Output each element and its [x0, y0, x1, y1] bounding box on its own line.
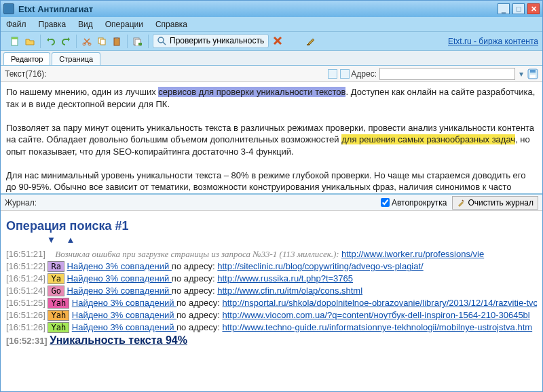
match-url-link[interactable]: http://nsportal.ru/shkola/dopolnitelnoe-… — [222, 298, 537, 308]
log-line: [16:51:25] Yah Найдено 3% совпадений по … — [6, 298, 537, 309]
svg-rect-12 — [307, 44, 310, 45]
svg-rect-15 — [530, 70, 536, 73]
svg-rect-14 — [530, 75, 536, 78]
text-editor[interactable]: По нашему мнению, один из лучших сервисо… — [1, 82, 542, 195]
journal-bar: Журнал: Автопрокрутка Очистить журнал — [1, 195, 542, 211]
match-link[interactable]: Найдено 3% совпадений — [72, 322, 176, 332]
view-mode-2-icon[interactable] — [340, 69, 350, 79]
address-input[interactable] — [379, 68, 515, 80]
log-line: [16:51:24] Ya Найдено 3% совпадений по а… — [6, 273, 537, 284]
new-file-icon[interactable] — [9, 35, 21, 47]
engine-badge: Yah — [48, 310, 69, 321]
autoscroll-checkbox[interactable]: Автопрокрутка — [381, 198, 447, 208]
tab-page[interactable]: Страница — [52, 52, 100, 65]
journal-pane[interactable]: Операция поиска #1 ▼ ▲ [16:51:21] Возник… — [1, 211, 542, 391]
uniqueness-result: [16:52:31] Уникальность текста 94% — [6, 334, 537, 347]
undo-icon[interactable] — [45, 35, 57, 47]
menu-help[interactable]: Справка — [155, 20, 187, 29]
match-url-link[interactable]: http://www.techno-guide.ru/informatsionn… — [222, 322, 532, 332]
cancel-check-icon[interactable] — [272, 35, 284, 47]
window-buttons: ‗ □ ✕ — [498, 3, 540, 14]
redo-icon[interactable] — [60, 35, 72, 47]
menu-operations[interactable]: Операции — [105, 20, 143, 29]
address-dropdown-icon[interactable]: ▾ — [515, 68, 527, 80]
broom-icon — [457, 198, 465, 208]
tab-editor[interactable]: Редактор — [3, 52, 50, 65]
check-uniqueness-button[interactable]: Проверить уникальность — [153, 34, 269, 48]
menu-view[interactable]: Вид — [78, 20, 93, 29]
operation-title: Операция поиска #1 — [6, 219, 537, 233]
engine-badge: Go — [48, 286, 64, 296]
engine-badge: Yah — [48, 322, 69, 333]
open-file-icon[interactable] — [24, 35, 36, 47]
cut-icon[interactable] — [81, 35, 93, 47]
match-url-link[interactable]: http://www.cfin.ru/itm/olap/cons.shtml — [217, 286, 362, 296]
svg-rect-1 — [12, 37, 18, 39]
copy-icon[interactable] — [96, 35, 108, 47]
titlebar: Etxt Антиплагиат ‗ □ ✕ — [1, 1, 542, 17]
log-line: [16:51:26] Yah Найдено 3% совпадений по … — [6, 310, 537, 321]
log-line: [16:51:24] Go Найдено 3% совпадений по а… — [6, 286, 537, 296]
engine-badge: Yah — [48, 298, 69, 309]
svg-rect-6 — [114, 38, 119, 45]
save-icon[interactable] — [527, 68, 538, 79]
journal-label: Журнал: — [5, 198, 37, 208]
svg-rect-7 — [115, 37, 118, 39]
batch-icon[interactable] — [132, 35, 144, 47]
nav-arrows[interactable]: ▼ ▲ — [47, 235, 537, 245]
app-window: Etxt Антиплагиат ‗ □ ✕ Файл Правка Вид О… — [0, 0, 543, 392]
svg-rect-10 — [138, 43, 142, 45]
error-url-link[interactable]: http://www.iworker.ru/professions/vie — [341, 249, 484, 259]
toolbar: Проверить уникальность Etxt.ru - биржа к… — [1, 32, 542, 51]
title-text: Etxt Антиплагиат — [18, 4, 498, 14]
log-error-line: [16:51:21] Возникла ошибка при загрузке … — [6, 249, 537, 260]
view-mode-1-icon[interactable] — [328, 69, 337, 79]
paste-icon[interactable] — [111, 35, 123, 47]
match-link[interactable]: Найдено 3% совпадений — [72, 298, 176, 308]
match-url-link[interactable]: http://www.viocom.com.ua/?q=content/ноут… — [222, 310, 529, 320]
engine-badge: Ra — [48, 261, 64, 272]
close-button[interactable]: ✕ — [527, 3, 540, 14]
app-icon — [3, 3, 14, 14]
menu-edit[interactable]: Правка — [39, 20, 67, 29]
highlight-yellow: для решения самых разнообразных задач — [341, 134, 515, 144]
highlight-blue: сервисов для проверки уникальности текст… — [158, 87, 345, 97]
autoscroll-input[interactable] — [381, 198, 390, 207]
minimize-button[interactable]: ‗ — [498, 3, 510, 14]
match-link[interactable]: Найдено 3% совпадений — [67, 286, 172, 296]
menu-file[interactable]: Файл — [6, 20, 26, 29]
log-line: [16:51:22] Ra Найдено 3% совпадений по а… — [6, 261, 537, 272]
maximize-button[interactable]: □ — [512, 3, 525, 14]
svg-point-11 — [158, 37, 164, 43]
editor-bar: Текст(716): Адрес: ▾ — [1, 66, 542, 82]
address-label: Адрес: — [351, 69, 377, 79]
match-url-link[interactable]: http://www.russika.ru/t.php?t=3765 — [217, 273, 353, 283]
match-link[interactable]: Найдено 3% совпадений — [67, 261, 172, 271]
search-icon — [157, 36, 167, 46]
match-url-link[interactable]: http://siteclinic.ru/blog/copywriting/ad… — [217, 261, 423, 271]
match-link[interactable]: Найдено 3% совпадений — [67, 273, 172, 283]
check-label: Проверить уникальность — [170, 36, 264, 45]
log-line: [16:51:26] Yah Найдено 3% совпадений по … — [6, 322, 537, 333]
clear-journal-button[interactable]: Очистить журнал — [452, 196, 538, 210]
engine-badge: Ya — [48, 273, 64, 284]
tabs-row: Редактор Страница — [1, 51, 542, 66]
menubar: Файл Правка Вид Операции Справка — [1, 17, 542, 32]
promo-link[interactable]: Etxt.ru - биржа контента — [448, 37, 538, 46]
settings-icon[interactable] — [305, 35, 318, 47]
match-link[interactable]: Найдено 3% совпадений — [72, 310, 176, 320]
text-count-label: Текст(716): — [5, 69, 47, 79]
svg-rect-5 — [100, 39, 105, 45]
